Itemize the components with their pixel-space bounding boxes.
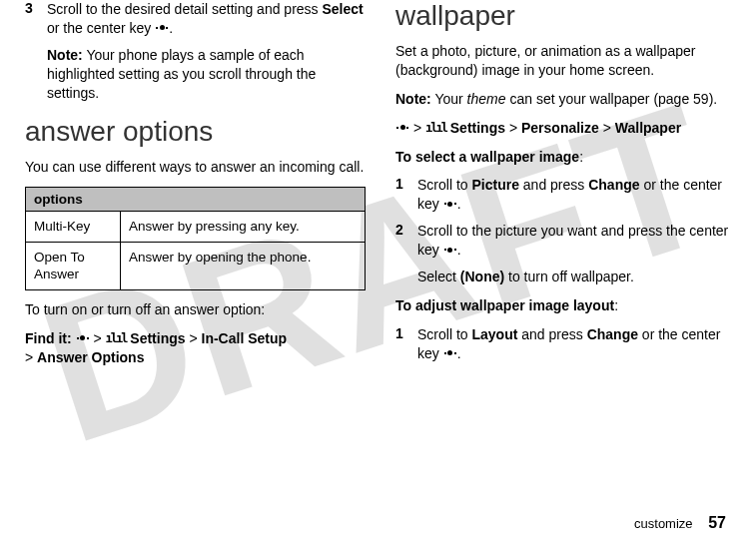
sep: > bbox=[186, 330, 202, 346]
step-text: Scroll to the picture you want and press… bbox=[417, 222, 736, 260]
personalize-label: Personalize bbox=[521, 120, 599, 136]
center-key-icon bbox=[395, 123, 409, 133]
text: . bbox=[169, 20, 173, 36]
step-number: 2 bbox=[395, 222, 417, 260]
find-it-label: Find it: bbox=[25, 330, 72, 346]
picture-label: Picture bbox=[471, 177, 518, 193]
settings-label: Settings bbox=[126, 330, 185, 346]
sep: > bbox=[505, 120, 521, 136]
select-head-text: To select a wallpaper image bbox=[395, 149, 579, 165]
heading-wallpaper: wallpaper bbox=[395, 0, 736, 32]
text: Scroll to the desired detail setting and… bbox=[47, 1, 323, 17]
note-label: Note: bbox=[47, 47, 83, 63]
option-key: Open To Answer bbox=[26, 242, 121, 289]
wallpaper-intro: Set a photo, picture, or animation as a … bbox=[395, 42, 736, 80]
note-label: Note: bbox=[395, 91, 431, 107]
text: Select bbox=[417, 269, 460, 284]
text: Scroll to bbox=[417, 326, 471, 342]
step-number: 3 bbox=[25, 0, 47, 38]
option-key: Multi-Key bbox=[26, 212, 121, 243]
select-heading: To select a wallpaper image: bbox=[395, 148, 736, 167]
text: Scroll to the picture you want and press… bbox=[417, 223, 728, 258]
settings-icon: ılıl bbox=[425, 120, 446, 136]
note-text: Your phone plays a sample of each highli… bbox=[47, 47, 316, 101]
text: and press bbox=[517, 326, 586, 342]
colon: : bbox=[614, 297, 618, 313]
text: or the center key bbox=[47, 20, 155, 36]
settings-label: Settings bbox=[446, 120, 505, 136]
option-value: Answer by pressing any key. bbox=[121, 212, 366, 243]
step-text: Scroll to Picture and press Change or th… bbox=[417, 176, 736, 214]
find-it-path: Find it: > ılıl Settings > In-Call Setup… bbox=[25, 329, 366, 367]
select-step-1: 1 Scroll to Picture and press Change or … bbox=[395, 176, 736, 214]
page-footer: customize 57 bbox=[634, 514, 726, 532]
heading-answer-options: answer options bbox=[25, 116, 366, 148]
step-text: Scroll to the desired detail setting and… bbox=[47, 0, 366, 38]
none-label: (None) bbox=[460, 269, 504, 284]
answer-options-label: Answer Options bbox=[37, 349, 144, 365]
change-label: Change bbox=[588, 177, 639, 193]
sep: > bbox=[90, 330, 106, 346]
adjust-heading: To adjust wallpaper image layout: bbox=[395, 296, 736, 315]
sep: > bbox=[409, 120, 425, 136]
options-table: options Multi-Key Answer by pressing any… bbox=[25, 187, 366, 290]
select-label: Select bbox=[323, 1, 364, 17]
wallpaper-note: Note: Your theme can set your wallpaper … bbox=[395, 90, 736, 109]
step-3-note: Note: Your phone plays a sample of each … bbox=[47, 46, 366, 103]
text: to turn off wallpaper. bbox=[504, 269, 634, 284]
sep: > bbox=[599, 120, 615, 136]
right-column: wallpaper Set a photo, picture, or anima… bbox=[395, 0, 736, 377]
settings-icon: ılıl bbox=[106, 330, 127, 346]
text: can set your wallpaper (page 59). bbox=[506, 91, 718, 107]
option-value: Answer by opening the phone. bbox=[121, 242, 366, 289]
step-number: 1 bbox=[395, 176, 417, 214]
toggle-text: To turn on or turn off an answer option: bbox=[25, 300, 366, 319]
layout-label: Layout bbox=[471, 326, 517, 342]
adjust-head-text: To adjust wallpaper image layout bbox=[395, 297, 614, 313]
center-key-icon bbox=[443, 245, 457, 255]
table-row: Multi-Key Answer by pressing any key. bbox=[26, 212, 366, 243]
sep: > bbox=[25, 349, 37, 365]
text: . bbox=[457, 196, 461, 212]
text: . bbox=[457, 345, 461, 361]
center-key-icon bbox=[443, 199, 457, 209]
select-step-2: 2 Scroll to the picture you want and pre… bbox=[395, 222, 736, 260]
wallpaper-path: > ılıl Settings > Personalize > Wallpape… bbox=[395, 119, 736, 138]
page-number: 57 bbox=[708, 514, 726, 531]
text: Scroll to bbox=[417, 177, 471, 193]
center-key-icon bbox=[443, 348, 457, 358]
answer-intro: You can use different ways to answer an … bbox=[25, 158, 366, 177]
step-text: Scroll to Layout and press Change or the… bbox=[417, 325, 736, 363]
wallpaper-label: Wallpaper bbox=[615, 120, 681, 136]
table-row: Open To Answer Answer by opening the pho… bbox=[26, 242, 366, 289]
step-number: 1 bbox=[395, 325, 417, 363]
center-key-icon bbox=[155, 23, 169, 33]
adjust-step-1: 1 Scroll to Layout and press Change or t… bbox=[395, 325, 736, 363]
change-label: Change bbox=[587, 326, 638, 342]
select-step-2-sub: Select (None) to turn off wallpaper. bbox=[417, 268, 736, 286]
colon: : bbox=[579, 149, 583, 165]
page-content: 3 Scroll to the desired detail setting a… bbox=[0, 0, 756, 377]
center-key-icon bbox=[76, 333, 90, 343]
text: and press bbox=[519, 177, 588, 193]
text: Your bbox=[431, 91, 467, 107]
options-header: options bbox=[26, 188, 366, 212]
left-column: 3 Scroll to the desired detail setting a… bbox=[25, 0, 366, 377]
theme-word: theme bbox=[467, 91, 506, 107]
text: . bbox=[457, 242, 461, 258]
section-name: customize bbox=[634, 516, 693, 531]
incall-label: In-Call Setup bbox=[202, 330, 288, 346]
step-3: 3 Scroll to the desired detail setting a… bbox=[25, 0, 366, 38]
